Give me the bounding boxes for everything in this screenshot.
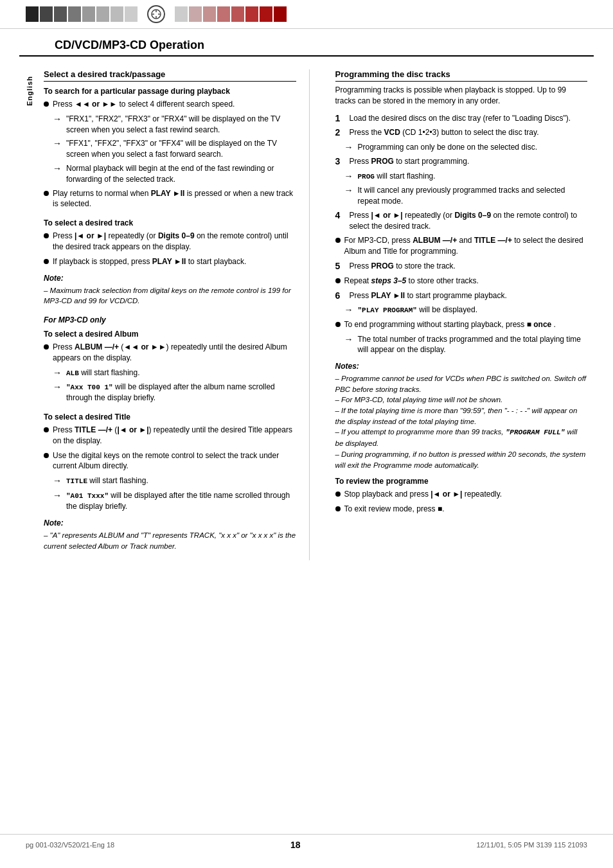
deco-right-group bbox=[175, 6, 287, 22]
deco-block bbox=[82, 6, 95, 22]
step-number: 4 bbox=[335, 210, 346, 220]
note-label: Note: bbox=[44, 274, 296, 283]
arrow-icon: → bbox=[344, 305, 353, 315]
bullet-dot bbox=[335, 492, 341, 497]
note-line-5: – During programming, if no button is pr… bbox=[335, 449, 588, 470]
arrow-icon: → bbox=[344, 171, 353, 181]
deco-block bbox=[111, 6, 123, 22]
title-note: Note: – "A" represents ALBUM and "T" rep… bbox=[44, 518, 296, 551]
arrow-icon: → bbox=[53, 163, 62, 173]
step-number: 6 bbox=[335, 290, 346, 301]
track-note: Note: – Maximum track selection from dig… bbox=[44, 274, 296, 306]
right-notes: Notes: – Programme cannot be used for VC… bbox=[335, 362, 588, 470]
step-text: Press PROG to store the track. bbox=[350, 261, 588, 272]
step-number: 3 bbox=[335, 156, 346, 166]
compass-icon bbox=[150, 8, 162, 20]
notes-label: Notes: bbox=[335, 362, 588, 371]
step4-bullet-text: For MP3-CD, press ALBUM —/+ and TITLE —/… bbox=[344, 235, 588, 257]
page-title: CD/VCD/MP3-CD Operation bbox=[55, 39, 204, 51]
review-heading: To review the programme bbox=[335, 477, 588, 486]
footer-right-text: 12/11/01, 5:05 PM 3139 115 21093 bbox=[477, 841, 587, 849]
step-2: 2 Press the VCD (CD 1•2•3) button to sel… bbox=[335, 127, 588, 138]
deco-block bbox=[203, 6, 216, 22]
arrow-text: ALB will start flashing. bbox=[66, 368, 140, 378]
bullet-dot bbox=[44, 453, 49, 458]
arrow-alb: → ALB will start flashing. bbox=[44, 368, 296, 378]
arrow-text: Normal playback will begin at the end of… bbox=[66, 163, 296, 185]
step6-bullet: To end programming without starting play… bbox=[335, 319, 588, 330]
step3-arrow-2: → It will cancel any previously programm… bbox=[335, 185, 588, 207]
deco-block bbox=[217, 6, 230, 22]
note-label: Note: bbox=[44, 518, 296, 527]
deco-block bbox=[96, 6, 109, 22]
album-bullet-text: Press ALBUM —/+ (◄◄ or ►►) repeatedly un… bbox=[53, 342, 296, 364]
right-column: Programming the disc tracks Programming … bbox=[329, 69, 588, 560]
arrow-icon: → bbox=[53, 368, 62, 378]
compass-circle bbox=[147, 5, 165, 23]
search-bullet-text: Press ◄◄ or ►► to select 4 different sea… bbox=[53, 99, 296, 110]
search-heading: To search for a particular passage durin… bbox=[44, 87, 296, 96]
review-bullet-1: Stop playback and press |◄ or ►| repeate… bbox=[335, 489, 588, 500]
review-bullet-text-1: Stop playback and press |◄ or ►| repeate… bbox=[344, 489, 588, 500]
track-bullet-2: If playback is stopped, press PLAY ►II t… bbox=[44, 256, 296, 267]
arrow-icon: → bbox=[53, 138, 62, 148]
track-bullet-1: Press |◄ or ►| repeatedly (or Digits 0–9… bbox=[44, 231, 296, 252]
title-bullet-1: Press TITLE —/+ (|◄ or ►|) repeatedly un… bbox=[44, 425, 296, 447]
step-text: Press |◄ or ►| repeatedly (or Digits 0–9… bbox=[350, 210, 588, 232]
content-columns: Select a desired track/passage To search… bbox=[44, 69, 587, 560]
step-text: Press PROG to start programming. bbox=[350, 156, 588, 167]
page-number: 18 bbox=[290, 840, 301, 850]
arrow-text: Programming can only be done on the sele… bbox=[358, 142, 538, 153]
deco-block bbox=[189, 6, 202, 22]
title-bullet-2: Use the digital keys on the remote contr… bbox=[44, 450, 296, 472]
bullet-dot bbox=[44, 427, 49, 432]
page-footer: pg 001-032/V520/21-Eng 18 18 12/11/01, 5… bbox=[0, 834, 613, 855]
arrow-text: It will cancel any previously programmed… bbox=[358, 185, 588, 207]
deco-block bbox=[231, 6, 244, 22]
step-number: 5 bbox=[335, 261, 346, 271]
bullet-dot bbox=[335, 278, 341, 283]
deco-block bbox=[175, 6, 188, 22]
bullet-dot bbox=[44, 344, 49, 350]
language-label: English bbox=[26, 76, 33, 106]
arrow-normal: → Normal playback will begin at the end … bbox=[44, 163, 296, 185]
bullet-dot bbox=[44, 259, 49, 264]
left-column: Select a desired track/passage To search… bbox=[44, 69, 310, 560]
main-content: English Select a desired track/passage T… bbox=[0, 57, 613, 573]
mp3-heading: For MP3-CD only bbox=[44, 315, 296, 324]
step6-arrow-2: → The total number of tracks programmed … bbox=[335, 334, 588, 356]
step-5: 5 Press PROG to store the track. bbox=[335, 261, 588, 272]
arrow-text: "FRX1", "FRX2", "FRX3" or "FRX4" will be… bbox=[66, 114, 296, 136]
arrow-title: → TITLE will start flashing. bbox=[44, 475, 296, 486]
arrow-icon: → bbox=[53, 475, 62, 486]
deco-block bbox=[68, 6, 81, 22]
search-bullet-1: Press ◄◄ or ►► to select 4 different sea… bbox=[44, 99, 296, 110]
album-bullet-1: Press ALBUM —/+ (◄◄ or ►►) repeatedly un… bbox=[44, 342, 296, 364]
track-bullet-text-2: If playback is stopped, press PLAY ►II t… bbox=[53, 256, 296, 267]
step5-bullet: Repeat steps 3–5 to store other tracks. bbox=[335, 276, 588, 287]
step6-arrow-1: → "PLAY PROGRAM" will be displayed. bbox=[335, 305, 588, 315]
deco-block bbox=[260, 6, 272, 22]
note-line-4: – If you attempt to programme more than … bbox=[335, 427, 588, 449]
select-track-heading: To select a desired track bbox=[44, 218, 296, 227]
top-decorative-bar bbox=[0, 0, 613, 29]
bullet-dot bbox=[335, 322, 341, 327]
step-4: 4 Press |◄ or ►| repeatedly (or Digits 0… bbox=[335, 210, 588, 232]
arrow-text: PROG will start flashing. bbox=[358, 171, 436, 182]
bullet-dot bbox=[335, 506, 341, 511]
note-line-2: – For MP3-CD, total playing time will no… bbox=[335, 394, 588, 405]
mp3-section: For MP3-CD only To select a desired Albu… bbox=[44, 315, 296, 551]
bullet-dot bbox=[44, 102, 49, 107]
deco-block bbox=[245, 6, 258, 22]
deco-block bbox=[54, 6, 67, 22]
step-number: 1 bbox=[335, 113, 346, 123]
step-text: Press the VCD (CD 1•2•3) button to selec… bbox=[350, 127, 588, 138]
step-text: Load the desired discs on the disc tray … bbox=[350, 113, 588, 124]
arrow-text: "PLAY PROGRAM" will be displayed. bbox=[358, 305, 477, 315]
select-title-heading: To select a desired Title bbox=[44, 412, 296, 421]
step5-bullet-text: Repeat steps 3–5 to store other tracks. bbox=[344, 276, 588, 287]
arrow-text: "A01 Txxx" will be displayed after the t… bbox=[66, 490, 296, 512]
step-1: 1 Load the desired discs on the disc tra… bbox=[335, 113, 588, 124]
intro-text: Programming tracks is possible when play… bbox=[335, 85, 588, 107]
right-main-heading: Programming the disc tracks bbox=[335, 69, 588, 82]
